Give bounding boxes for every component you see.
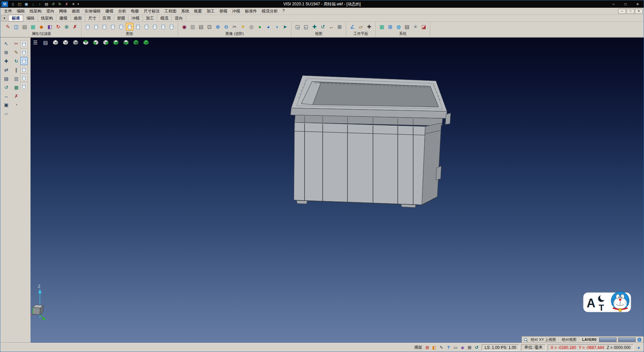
tab-尺寸[interactable]: 尺寸 [85, 15, 100, 21]
shaded-display-icon[interactable] [101, 23, 108, 31]
ucs-indicator-icon[interactable]: ◆ [460, 345, 466, 351]
tab-应用[interactable]: 应用 [100, 15, 114, 21]
sketch-mode-icon[interactable]: ✎ [438, 345, 444, 351]
hidden-line-display-icon[interactable] [92, 23, 100, 31]
view-orientation-label[interactable]: 绝对 XY 上视图 [530, 337, 557, 342]
menu-?[interactable]: ? [280, 8, 287, 15]
tab-模流[interactable]: 模流 [157, 15, 172, 21]
maximize-button[interactable]: □ [620, 0, 632, 8]
offset-icon[interactable]: ∥ [12, 66, 20, 74]
tab-线架构[interactable]: 线架构 [38, 15, 56, 21]
stamp-icon[interactable]: ▣ [2, 101, 10, 108]
doc-minimize-button[interactable]: ─ [618, 9, 626, 14]
save-document-icon[interactable]: ▣ [23, 1, 30, 7]
menu-工程图[interactable]: 工程图 [162, 8, 179, 15]
color-table-icon[interactable]: ▦ [378, 23, 386, 31]
doc-restore-button[interactable]: □ [627, 9, 634, 14]
snap-label[interactable]: 捕捉 [414, 345, 422, 350]
scale-info[interactable]: LS: 1.00 PS: 1.00 [482, 344, 519, 351]
menu-尺寸标注[interactable]: 尺寸标注 [141, 8, 162, 15]
workplane-standard-icon[interactable]: ∠ [348, 23, 356, 31]
system-globe-icon[interactable]: ◍ [395, 23, 402, 31]
wireframe-display-icon[interactable] [84, 23, 92, 31]
keyboard-input-icon[interactable]: ▭ [452, 345, 459, 351]
undo-icon[interactable]: ↺ [50, 1, 56, 7]
snap-grid-icon[interactable]: ⊞ [2, 48, 10, 56]
view-top-icon[interactable] [82, 38, 90, 47]
show-points-icon[interactable] [20, 74, 28, 82]
tab-编辑[interactable]: 编辑 [23, 15, 38, 21]
material-icon[interactable]: ◍ [248, 23, 255, 31]
refresh-icon[interactable]: ↺ [2, 83, 10, 91]
layer-panel-icon[interactable]: ▤ [2, 75, 10, 82]
shaded-sphere-icon[interactable]: ● [256, 23, 264, 31]
zoom-window-icon[interactable]: ◱ [302, 23, 310, 31]
refresh-display-icon[interactable] [168, 23, 175, 31]
menu-网格[interactable]: 网格 [57, 8, 69, 15]
active-color-swatch[interactable] [599, 338, 616, 342]
grid-settings-icon[interactable]: ⊞ [386, 23, 394, 31]
minimize-button[interactable]: ─ [607, 0, 620, 8]
menu-建模[interactable]: 建模 [103, 8, 116, 15]
menu-逆向[interactable]: 逆向 [44, 8, 57, 15]
view-solid-icon[interactable] [142, 38, 150, 47]
shaded-edges-display-icon[interactable] [109, 23, 117, 31]
view-back-icon[interactable] [112, 38, 120, 47]
notebook-icon[interactable]: ▥ [12, 75, 20, 82]
show-wireframe-icon[interactable] [20, 65, 28, 73]
active-layer-label[interactable]: LAYER0 [581, 338, 597, 342]
view-left-icon[interactable] [92, 38, 100, 47]
workplane-on-entity-icon[interactable]: ▱ [357, 23, 365, 31]
view-iso-green-icon[interactable] [132, 38, 140, 47]
sketch-icon[interactable]: ✎ [12, 48, 20, 56]
menu-塑模[interactable]: 塑模 [217, 8, 230, 15]
import-file-icon[interactable]: ↓ [30, 1, 36, 7]
show-surfaces-icon[interactable] [20, 57, 28, 65]
viewport-menu-icon[interactable]: ☰ [31, 38, 40, 47]
crate-model[interactable] [290, 76, 450, 208]
history-icon[interactable]: ◔ [12, 101, 20, 108]
rotate-icon[interactable]: ↻ [12, 57, 20, 65]
settings-icon[interactable]: ✳ [70, 1, 76, 7]
show-all-icon[interactable] [20, 40, 28, 48]
world-icon[interactable]: ◕ [636, 345, 642, 351]
search-icon[interactable] [524, 338, 528, 342]
menu-冲模[interactable]: 冲模 [230, 8, 243, 15]
trim-icon[interactable]: ✂ [12, 40, 20, 47]
tab-冲模[interactable]: 冲模 [128, 15, 143, 21]
menu-编辑[interactable]: 编辑 [14, 8, 27, 15]
plane-icon[interactable]: ▱ [2, 109, 10, 117]
palette-icon[interactable]: ▦ [12, 83, 20, 91]
tab-曲面[interactable]: 曲面 [71, 15, 85, 21]
tab-建模[interactable]: 建模 [56, 15, 71, 21]
previous-view-icon[interactable]: ↔ [327, 23, 335, 31]
multi-display-icon[interactable] [143, 23, 150, 31]
show-solids-icon[interactable] [20, 49, 28, 56]
lighting-icon[interactable]: ☀ [239, 23, 247, 31]
menu-标准件[interactable]: 标准件 [243, 8, 259, 15]
mirror-icon[interactable]: ⇄ [2, 66, 10, 74]
copy-attributes-icon[interactable]: ◫ [12, 23, 20, 31]
analysis-sphere-icon[interactable]: ◕ [264, 23, 272, 31]
layer-filter-icon[interactable]: ▤ [21, 23, 29, 31]
menu-文件[interactable]: 文件 [2, 8, 14, 15]
erase-icon[interactable]: ✗ [12, 92, 20, 100]
edit-attributes-icon[interactable]: ✎ [4, 23, 12, 31]
workplane-free-icon[interactable]: ✚ [365, 23, 373, 31]
zoom-in-render-icon[interactable]: ⊕ [214, 23, 222, 31]
delete-icon[interactable]: ✗ [63, 1, 70, 7]
layer-table-icon[interactable]: ▤ [403, 23, 411, 31]
cad-exchange-icon[interactable]: ◪ [420, 23, 428, 31]
quick-access-dropdown-icon[interactable]: ▾ [77, 2, 79, 6]
selection-mask-icon[interactable]: ◧ [46, 23, 54, 31]
view-shaded-icon[interactable] [71, 38, 80, 47]
menu-加工[interactable]: 加工 [204, 8, 217, 15]
ghost-display-icon[interactable] [117, 23, 125, 31]
snap-settings-icon[interactable]: ⊞ [424, 345, 430, 351]
measure-icon[interactable]: ↔ [2, 92, 10, 100]
menu-实体编辑[interactable]: 实体编辑 [82, 8, 103, 15]
layer-color-swatch[interactable] [618, 338, 636, 342]
grid-layout-icon[interactable]: ⊞ [467, 345, 473, 351]
half-shaded-sphere-icon[interactable]: ◑ [273, 23, 280, 31]
play-animation-icon[interactable]: ➤ [281, 23, 289, 31]
